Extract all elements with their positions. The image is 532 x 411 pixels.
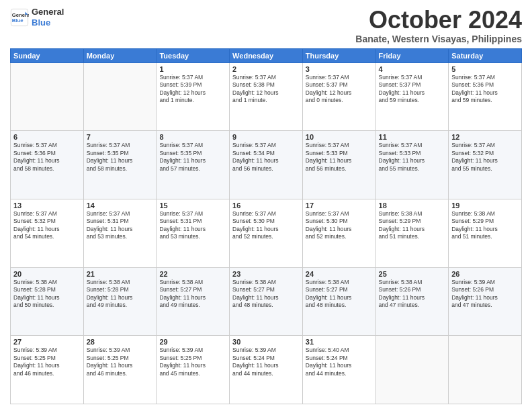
calendar-header-row: SundayMondayTuesdayWednesdayThursdayFrid… — [11, 48, 522, 62]
calendar-cell: 2Sunrise: 5:37 AM Sunset: 5:38 PM Daylig… — [230, 62, 303, 131]
day-info: Sunrise: 5:37 AM Sunset: 5:35 PM Dayligh… — [87, 142, 154, 173]
page: General Blue General Blue October 2024 B… — [0, 0, 532, 411]
day-info: Sunrise: 5:39 AM Sunset: 5:26 PM Dayligh… — [451, 279, 519, 310]
day-info: Sunrise: 5:37 AM Sunset: 5:36 PM Dayligh… — [13, 142, 81, 173]
day-info: Sunrise: 5:37 AM Sunset: 5:37 PM Dayligh… — [379, 74, 446, 105]
calendar-cell: 26Sunrise: 5:39 AM Sunset: 5:26 PM Dayli… — [449, 267, 522, 336]
calendar-cell: 16Sunrise: 5:37 AM Sunset: 5:30 PM Dayli… — [230, 199, 303, 267]
calendar-cell: 9Sunrise: 5:37 AM Sunset: 5:34 PM Daylig… — [230, 131, 303, 199]
calendar-cell: 18Sunrise: 5:38 AM Sunset: 5:29 PM Dayli… — [375, 199, 449, 267]
calendar-body: 1Sunrise: 5:37 AM Sunset: 5:39 PM Daylig… — [11, 62, 522, 404]
calendar-week-2: 6Sunrise: 5:37 AM Sunset: 5:36 PM Daylig… — [11, 131, 522, 199]
day-info: Sunrise: 5:38 AM Sunset: 5:28 PM Dayligh… — [87, 279, 154, 310]
day-number: 1 — [159, 65, 226, 73]
calendar-week-4: 20Sunrise: 5:38 AM Sunset: 5:28 PM Dayli… — [11, 267, 522, 336]
logo: General Blue General Blue — [10, 7, 64, 28]
day-number: 10 — [306, 133, 373, 141]
logo-text-blue: Blue — [32, 17, 64, 28]
day-info: Sunrise: 5:37 AM Sunset: 5:36 PM Dayligh… — [451, 74, 519, 105]
calendar-cell: 15Sunrise: 5:37 AM Sunset: 5:31 PM Dayli… — [157, 199, 230, 267]
day-number: 3 — [306, 65, 373, 73]
calendar-cell: 7Sunrise: 5:37 AM Sunset: 5:35 PM Daylig… — [83, 131, 157, 199]
day-number: 4 — [379, 65, 446, 73]
calendar-cell: 5Sunrise: 5:37 AM Sunset: 5:36 PM Daylig… — [449, 62, 522, 131]
calendar-table: SundayMondayTuesdayWednesdayThursdayFrid… — [10, 48, 522, 404]
day-info: Sunrise: 5:37 AM Sunset: 5:30 PM Dayligh… — [306, 210, 373, 241]
calendar-cell: 27Sunrise: 5:39 AM Sunset: 5:25 PM Dayli… — [11, 336, 84, 404]
day-number: 13 — [13, 201, 81, 210]
day-number: 30 — [232, 338, 300, 346]
calendar-cell: 21Sunrise: 5:38 AM Sunset: 5:28 PM Dayli… — [83, 267, 157, 336]
day-info: Sunrise: 5:37 AM Sunset: 5:34 PM Dayligh… — [232, 142, 300, 173]
day-number: 24 — [306, 270, 373, 278]
day-number: 5 — [451, 65, 519, 73]
calendar-cell: 6Sunrise: 5:37 AM Sunset: 5:36 PM Daylig… — [11, 131, 84, 199]
calendar-cell: 31Sunrise: 5:40 AM Sunset: 5:24 PM Dayli… — [302, 336, 375, 404]
day-info: Sunrise: 5:38 AM Sunset: 5:28 PM Dayligh… — [13, 279, 81, 310]
calendar-cell — [11, 62, 84, 131]
calendar-header-tuesday: Tuesday — [157, 48, 230, 62]
day-number: 29 — [159, 338, 226, 346]
calendar-cell: 17Sunrise: 5:37 AM Sunset: 5:30 PM Dayli… — [302, 199, 375, 267]
header: General Blue General Blue October 2024 B… — [10, 7, 522, 44]
day-number: 12 — [451, 133, 519, 141]
calendar-cell: 3Sunrise: 5:37 AM Sunset: 5:37 PM Daylig… — [302, 62, 375, 131]
day-number: 11 — [379, 133, 446, 141]
calendar-cell: 8Sunrise: 5:37 AM Sunset: 5:35 PM Daylig… — [157, 131, 230, 199]
location-subtitle: Banate, Western Visayas, Philippines — [355, 34, 522, 44]
day-info: Sunrise: 5:37 AM Sunset: 5:32 PM Dayligh… — [13, 210, 81, 241]
day-info: Sunrise: 5:38 AM Sunset: 5:27 PM Dayligh… — [232, 279, 300, 310]
day-info: Sunrise: 5:37 AM Sunset: 5:31 PM Dayligh… — [159, 210, 226, 241]
day-number: 21 — [87, 270, 154, 278]
calendar-cell: 13Sunrise: 5:37 AM Sunset: 5:32 PM Dayli… — [11, 199, 84, 267]
day-number: 31 — [306, 338, 373, 346]
day-number: 23 — [232, 270, 300, 278]
day-number: 2 — [232, 65, 300, 73]
day-info: Sunrise: 5:37 AM Sunset: 5:38 PM Dayligh… — [232, 74, 300, 105]
svg-text:General: General — [12, 11, 29, 17]
day-number: 28 — [87, 338, 154, 346]
day-info: Sunrise: 5:38 AM Sunset: 5:29 PM Dayligh… — [451, 210, 519, 241]
day-info: Sunrise: 5:40 AM Sunset: 5:24 PM Dayligh… — [306, 347, 373, 377]
day-number: 25 — [379, 270, 446, 278]
calendar-cell: 29Sunrise: 5:39 AM Sunset: 5:25 PM Dayli… — [157, 336, 230, 404]
day-info: Sunrise: 5:39 AM Sunset: 5:25 PM Dayligh… — [13, 347, 81, 377]
calendar-header-wednesday: Wednesday — [230, 48, 303, 62]
calendar-header-saturday: Saturday — [449, 48, 522, 62]
calendar-header-friday: Friday — [375, 48, 449, 62]
day-number: 18 — [379, 201, 446, 210]
calendar-cell — [449, 336, 522, 404]
day-info: Sunrise: 5:37 AM Sunset: 5:31 PM Dayligh… — [87, 210, 154, 241]
calendar-cell: 23Sunrise: 5:38 AM Sunset: 5:27 PM Dayli… — [230, 267, 303, 336]
calendar-header-thursday: Thursday — [302, 48, 375, 62]
day-info: Sunrise: 5:39 AM Sunset: 5:25 PM Dayligh… — [159, 347, 226, 377]
day-number: 9 — [232, 133, 300, 141]
day-number: 22 — [159, 270, 226, 278]
day-info: Sunrise: 5:37 AM Sunset: 5:33 PM Dayligh… — [379, 142, 446, 173]
day-number: 15 — [159, 201, 226, 210]
day-info: Sunrise: 5:38 AM Sunset: 5:29 PM Dayligh… — [379, 210, 446, 241]
calendar-cell: 14Sunrise: 5:37 AM Sunset: 5:31 PM Dayli… — [83, 199, 157, 267]
day-number: 20 — [13, 270, 81, 278]
calendar-cell: 28Sunrise: 5:39 AM Sunset: 5:25 PM Dayli… — [83, 336, 157, 404]
day-number: 7 — [87, 133, 154, 141]
calendar-cell — [375, 336, 449, 404]
calendar-cell: 22Sunrise: 5:38 AM Sunset: 5:27 PM Dayli… — [157, 267, 230, 336]
calendar-cell: 4Sunrise: 5:37 AM Sunset: 5:37 PM Daylig… — [375, 62, 449, 131]
day-number: 6 — [13, 133, 81, 141]
day-info: Sunrise: 5:39 AM Sunset: 5:24 PM Dayligh… — [232, 347, 300, 377]
calendar-header-monday: Monday — [83, 48, 157, 62]
calendar-week-3: 13Sunrise: 5:37 AM Sunset: 5:32 PM Dayli… — [11, 199, 522, 267]
day-info: Sunrise: 5:38 AM Sunset: 5:26 PM Dayligh… — [379, 279, 446, 310]
calendar-cell: 10Sunrise: 5:37 AM Sunset: 5:33 PM Dayli… — [302, 131, 375, 199]
calendar-cell: 20Sunrise: 5:38 AM Sunset: 5:28 PM Dayli… — [11, 267, 84, 336]
calendar-week-1: 1Sunrise: 5:37 AM Sunset: 5:39 PM Daylig… — [11, 62, 522, 131]
calendar-cell: 24Sunrise: 5:38 AM Sunset: 5:27 PM Dayli… — [302, 267, 375, 336]
day-info: Sunrise: 5:37 AM Sunset: 5:32 PM Dayligh… — [451, 142, 519, 173]
title-block: October 2024 Banate, Western Visayas, Ph… — [355, 7, 522, 44]
day-info: Sunrise: 5:37 AM Sunset: 5:35 PM Dayligh… — [159, 142, 226, 173]
day-info: Sunrise: 5:37 AM Sunset: 5:30 PM Dayligh… — [232, 210, 300, 241]
day-info: Sunrise: 5:37 AM Sunset: 5:33 PM Dayligh… — [306, 142, 373, 173]
logo-text-general: General — [32, 7, 64, 17]
svg-text:Blue: Blue — [12, 17, 24, 24]
